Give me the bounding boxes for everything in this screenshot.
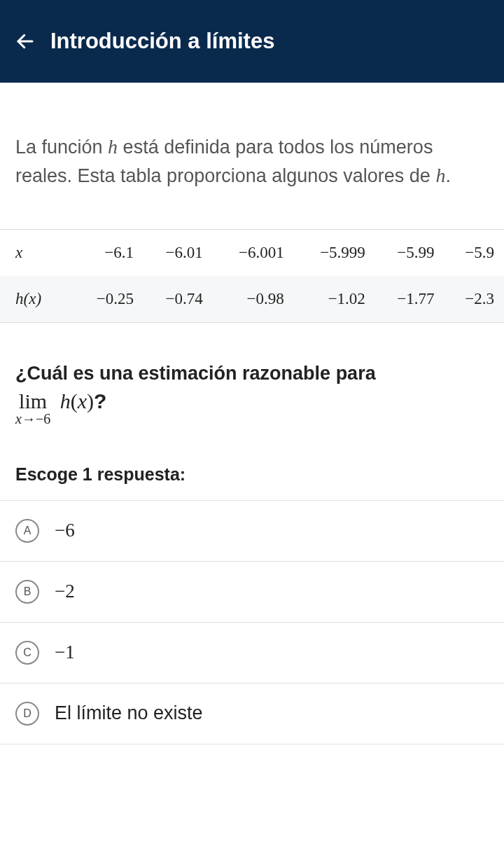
choice-letter: C (15, 641, 39, 665)
x-cell: −6.001 (207, 230, 288, 276)
x-cell: −5.9 (439, 230, 504, 276)
x-cell: −5.99 (370, 230, 439, 276)
content: La función h está definida para todos lo… (0, 133, 504, 744)
choice-a[interactable]: A −6 (0, 500, 504, 561)
header: Introducción a límites (0, 0, 504, 83)
prompt-part3: . (445, 165, 451, 186)
choice-text: −6 (55, 520, 75, 541)
choice-letter: A (15, 519, 39, 543)
table-row-hx: h(x) −0.25 −0.74 −0.98 −1.02 −1.77 −2.3 (0, 276, 504, 322)
prompt-text: La función h está definida para todos lo… (15, 133, 489, 190)
table-row-x: x −6.1 −6.01 −6.001 −5.999 −5.99 −5.9 (0, 230, 504, 276)
row-header-x: x (0, 230, 69, 276)
x-cell: −5.999 (288, 230, 370, 276)
choices: A −6 B −2 C −1 D El límite no existe (0, 500, 504, 744)
hx-cell: −0.98 (207, 276, 288, 322)
limit-expression: lim x→−6 h(x)? (15, 389, 489, 426)
hx-cell: −0.25 (69, 276, 138, 322)
choice-text: −1 (55, 642, 75, 663)
back-button[interactable] (14, 30, 36, 53)
prompt-part1: La función (15, 137, 108, 158)
hx-cell: −0.74 (138, 276, 207, 322)
hx-cell: −1.77 (370, 276, 439, 322)
limit-func: h(x) (60, 389, 94, 412)
choice-b[interactable]: B −2 (0, 561, 504, 622)
choice-d[interactable]: D El límite no existe (0, 683, 504, 744)
prompt-func-var: h (108, 136, 118, 158)
data-table-wrapper: x −6.1 −6.01 −6.001 −5.999 −5.99 −5.9 h(… (0, 229, 504, 323)
choose-label: Escoge 1 respuesta: (15, 464, 489, 485)
question-text: ¿Cuál es una estimación razonable para (15, 361, 489, 386)
arrow-left-icon (15, 31, 36, 52)
limit-lim: lim (15, 389, 50, 412)
data-table: x −6.1 −6.01 −6.001 −5.999 −5.99 −5.9 h(… (0, 230, 504, 322)
choice-text: El límite no existe (55, 702, 203, 724)
page-title: Introducción a límites (50, 29, 274, 54)
choice-text: −2 (55, 581, 75, 602)
choice-letter: B (15, 580, 39, 604)
prompt-func-var2: h (435, 165, 445, 186)
choice-c[interactable]: C −1 (0, 622, 504, 683)
limit-sub: x→−6 (15, 411, 50, 426)
choice-letter: D (15, 702, 39, 726)
x-cell: −6.1 (69, 230, 138, 276)
row-header-hx: h(x) (0, 276, 69, 322)
x-cell: −6.01 (138, 230, 207, 276)
hx-cell: −1.02 (288, 276, 370, 322)
hx-cell: −2.3 (439, 276, 504, 322)
question-mark: ? (94, 389, 106, 412)
